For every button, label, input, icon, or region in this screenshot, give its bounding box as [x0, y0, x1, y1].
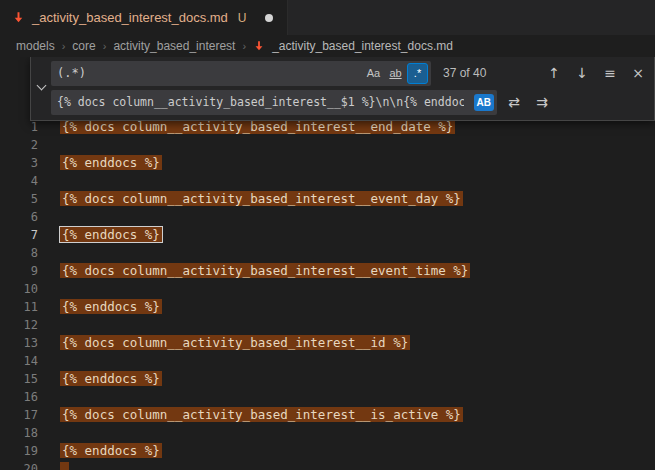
find-match: {% enddocs %} [60, 371, 162, 386]
editor-line[interactable]: 7{% enddocs %} [0, 226, 655, 244]
line-content: {% enddocs %} [60, 226, 162, 244]
find-match: {% docs column__activity_based_interest_… [60, 263, 470, 278]
breadcrumb-item-core[interactable]: core [72, 39, 95, 53]
preserve-case-button[interactable]: AB [474, 94, 494, 111]
breadcrumb: models › core › activity_based_interest … [0, 35, 655, 57]
line-number: 2 [0, 136, 38, 154]
tab-filename: _activity_based_interest_docs.md [32, 10, 228, 25]
file-arrow-down-icon [253, 40, 265, 52]
find-match: {% enddocs %} [60, 443, 162, 458]
breadcrumb-item-activity-based-interest[interactable]: activity_based_interest [113, 39, 235, 53]
regex-button[interactable]: .* [407, 63, 428, 84]
find-widget: Aa ab .* 37 of 40 ↑ ↓ ≡ × AB ⇄ ⇉ [30, 57, 655, 121]
editor-line[interactable]: 15{% enddocs %} [0, 370, 655, 388]
line-number: 12 [0, 316, 38, 334]
line-content: {% docs column__activity_based_interest_… [60, 262, 470, 280]
line-content: {% enddocs %} [60, 370, 162, 388]
editor-line[interactable]: 16 [0, 388, 655, 406]
find-input-box: Aa ab .* [51, 61, 431, 86]
line-number: 3 [0, 154, 38, 172]
editor-line[interactable]: 20 [0, 460, 655, 470]
line-number: 7 [0, 226, 38, 244]
line-number: 17 [0, 406, 38, 424]
editor[interactable]: 1{% docs column__activity_based_interest… [0, 57, 655, 470]
editor-line[interactable]: 11{% enddocs %} [0, 298, 655, 316]
git-status-badge: U [238, 11, 247, 25]
find-match: {% enddocs %} [60, 155, 162, 170]
unsaved-dot-icon[interactable] [265, 14, 273, 22]
find-match: {% enddocs %} [60, 299, 162, 314]
line-content: {% docs column__activity_based_interest_… [60, 190, 463, 208]
close-button[interactable]: × [627, 62, 649, 84]
find-results-count: 37 of 40 [443, 66, 486, 80]
breadcrumb-item-file[interactable]: _activity_based_interest_docs.md [272, 39, 453, 53]
find-in-selection-button[interactable]: ≡ [599, 62, 621, 84]
editor-tab[interactable]: _activity_based_interest_docs.md U [0, 0, 288, 35]
replace-input[interactable] [51, 95, 470, 109]
line-content: {% docs column__activity_based_interest_… [60, 406, 463, 424]
match-case-button[interactable]: Aa [363, 63, 384, 84]
next-match-button[interactable]: ↓ [571, 62, 593, 84]
editor-line[interactable]: 9{% docs column__activity_based_interest… [0, 262, 655, 280]
line-number: 10 [0, 280, 38, 298]
line-number: 13 [0, 334, 38, 352]
editor-line[interactable]: 13{% docs column__activity_based_interes… [0, 334, 655, 352]
line-number: 11 [0, 298, 38, 316]
line-number: 5 [0, 190, 38, 208]
line-content: {% docs column__activity_based_interest_… [60, 334, 410, 352]
line-number: 20 [0, 460, 38, 470]
breadcrumb-separator: › [62, 40, 66, 52]
line-number: 9 [0, 262, 38, 280]
editor-line[interactable]: 17{% docs column__activity_based_interes… [0, 406, 655, 424]
find-match: {% docs column__activity_based_interest_… [60, 407, 463, 422]
current-find-match: {% enddocs %} [60, 227, 162, 242]
line-content: {% enddocs %} [60, 298, 162, 316]
line-number: 19 [0, 442, 38, 460]
line-content [60, 460, 69, 470]
line-content: {% enddocs %} [60, 442, 162, 460]
previous-match-button[interactable]: ↑ [543, 62, 565, 84]
editor-line[interactable]: 2 [0, 136, 655, 154]
chevron-down-icon [36, 81, 46, 91]
replace-button[interactable]: ⇄ [503, 91, 525, 113]
editor-line[interactable]: 10 [0, 280, 655, 298]
editor-line[interactable]: 6 [0, 208, 655, 226]
breadcrumb-separator: › [242, 40, 246, 52]
line-number: 16 [0, 388, 38, 406]
find-match: {% docs column__activity_based_interest_… [60, 119, 455, 134]
replace-input-box: AB [51, 90, 497, 115]
line-number: 4 [0, 172, 38, 190]
whole-word-button[interactable]: ab [385, 63, 406, 84]
editor-line[interactable]: 5{% docs column__activity_based_interest… [0, 190, 655, 208]
toggle-replace-button[interactable] [31, 60, 51, 115]
line-content: {% enddocs %} [60, 154, 162, 172]
file-arrow-down-icon [12, 11, 25, 24]
find-match: {% docs column__activity_based_interest_… [60, 191, 463, 206]
replace-row: AB ⇄ ⇉ [51, 89, 649, 115]
line-number: 8 [0, 244, 38, 262]
line-number: 18 [0, 424, 38, 442]
breadcrumb-separator: › [103, 40, 107, 52]
tab-bar: _activity_based_interest_docs.md U [0, 0, 655, 35]
find-match: {% docs column__activity_based_interest_… [60, 335, 410, 350]
line-number: 15 [0, 370, 38, 388]
editor-line[interactable]: 19{% enddocs %} [0, 442, 655, 460]
editor-line[interactable]: 14 [0, 352, 655, 370]
editor-line[interactable]: 4 [0, 172, 655, 190]
editor-line[interactable]: 8 [0, 244, 655, 262]
editor-line[interactable]: 12 [0, 316, 655, 334]
find-row: Aa ab .* 37 of 40 ↑ ↓ ≡ × [51, 60, 649, 86]
line-number: 6 [0, 208, 38, 226]
find-input[interactable] [51, 66, 362, 80]
line-number: 14 [0, 352, 38, 370]
breadcrumb-item-models[interactable]: models [16, 39, 55, 53]
editor-line[interactable]: 18 [0, 424, 655, 442]
replace-all-button[interactable]: ⇉ [531, 91, 553, 113]
find-match-empty [60, 462, 69, 470]
editor-line[interactable]: 3{% enddocs %} [0, 154, 655, 172]
